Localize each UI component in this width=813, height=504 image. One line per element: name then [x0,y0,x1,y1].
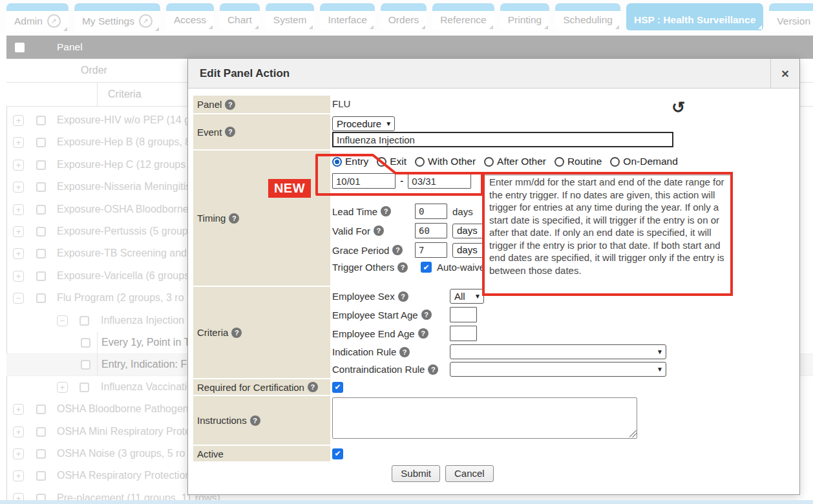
nav-tab-admin[interactable]: Admin [6,3,69,32]
row-checkbox[interactable] [36,293,46,303]
help-icon[interactable] [225,100,235,110]
tab-label: System [273,14,307,26]
cancel-button[interactable]: Cancel [445,465,494,482]
start-date-input[interactable] [332,173,396,189]
employee-end-age-row: Employee End Age [332,326,477,341]
help-icon[interactable] [374,226,384,236]
radio-on-demand[interactable]: On-Demand [610,156,677,167]
nav-tab-scheduling[interactable]: Scheduling [555,3,620,30]
radio-button-icon[interactable] [554,157,564,167]
radio-routine[interactable]: Routine [554,156,602,167]
row-checkbox[interactable] [81,338,90,348]
radio-after-other[interactable]: After Other [484,156,546,167]
tree-item-label: Exposure-Pertussis (5 group [57,226,188,237]
help-icon[interactable] [250,415,260,426]
nav-tab-chart[interactable]: Chart [220,3,260,30]
expand-toggle-icon[interactable]: + [13,470,24,481]
contraindication-rule-select[interactable] [450,362,666,377]
expand-toggle-icon[interactable]: + [13,226,24,237]
nav-tab-orders[interactable]: Orders [381,3,427,30]
help-icon[interactable] [231,328,242,338]
row-checkbox[interactable] [36,160,46,170]
help-icon[interactable] [399,347,410,357]
dialog-actions: Submit Cancel [142,465,744,482]
select-all-checkbox[interactable] [15,43,25,52]
nav-tab-access[interactable]: Access [166,3,214,30]
nav-tab-system[interactable]: System [266,3,315,30]
row-checkbox[interactable] [36,227,46,236]
help-icon[interactable] [308,382,318,392]
row-checkbox[interactable] [79,383,89,392]
row-checkbox[interactable] [81,360,90,370]
trigger-others-checkbox[interactable] [421,262,432,273]
row-checkbox[interactable] [36,249,46,258]
help-icon[interactable] [428,364,438,375]
close-icon[interactable]: ✕ [770,59,799,89]
help-icon[interactable] [381,206,391,216]
nav-tab-interface[interactable]: Interface [320,3,374,30]
nav-tab-version[interactable]: Version [769,3,813,32]
row-checkbox[interactable] [36,182,46,192]
resize-grip-icon[interactable] [629,430,637,437]
help-icon[interactable] [225,127,235,137]
collapse-toggle-icon[interactable]: − [13,293,24,304]
lead-time-input[interactable] [415,204,447,219]
radio-button-icon[interactable] [610,157,620,167]
radio-entry[interactable]: Entry [332,156,368,167]
required-certification-checkbox[interactable] [332,382,343,393]
employee-start-age-input[interactable] [450,307,477,322]
grace-period-input[interactable] [415,242,447,258]
row-checkbox[interactable] [36,271,46,281]
row-checkbox[interactable] [36,138,46,147]
expand-toggle-icon[interactable]: + [13,115,24,126]
help-icon[interactable] [421,310,432,320]
radio-exit[interactable]: Exit [377,156,406,167]
expand-toggle-icon[interactable]: + [13,182,24,193]
valid-for-input[interactable] [415,223,447,238]
nav-tab-my-settings[interactable]: My Settings [74,3,160,32]
row-checkbox[interactable] [79,316,89,326]
help-icon[interactable] [398,291,408,302]
radio-button-icon[interactable] [332,157,342,167]
nav-tab-reference[interactable]: Reference [432,3,494,30]
row-checkbox[interactable] [36,116,46,125]
radio-with-other[interactable]: With Other [415,156,476,167]
row-checkbox[interactable] [36,205,46,215]
help-icon[interactable] [418,328,428,339]
radio-button-icon[interactable] [377,157,386,167]
employee-sex-select[interactable]: All [450,289,484,304]
tree-item-label: Exposure-Hep B (8 groups, 8 [57,136,191,148]
submit-button[interactable]: Submit [392,465,440,482]
event-type-select[interactable]: Procedure [332,116,395,131]
expand-toggle-icon[interactable]: + [13,248,24,259]
row-checkbox[interactable] [36,404,46,414]
help-icon[interactable] [397,262,408,273]
nav-tab-printing[interactable]: Printing [500,3,550,30]
event-row: Event Procedure [193,114,796,149]
radio-button-icon[interactable] [484,157,494,167]
nav-tab-hsp-health-surveillance[interactable]: HSP : Health Surveillance [626,3,763,30]
expand-toggle-icon[interactable]: + [57,382,68,393]
radio-button-icon[interactable] [415,157,425,167]
instructions-textarea[interactable] [332,397,637,439]
row-checkbox[interactable] [36,427,46,437]
expand-toggle-icon[interactable]: + [13,160,24,171]
expand-toggle-icon[interactable]: + [13,271,24,282]
help-icon[interactable] [392,245,403,255]
row-checkbox[interactable] [36,471,46,481]
row-checkbox[interactable] [36,449,46,459]
expand-toggle-icon[interactable]: + [13,426,24,437]
external-link-icon[interactable] [139,14,153,28]
end-date-input[interactable] [408,173,471,189]
employee-end-age-input[interactable] [450,326,477,341]
expand-toggle-icon[interactable]: + [13,448,24,459]
external-link-icon[interactable] [47,14,61,28]
help-icon[interactable] [229,213,239,224]
expand-toggle-icon[interactable]: + [13,204,24,215]
expand-toggle-icon[interactable]: + [13,137,24,148]
expand-toggle-icon[interactable]: + [13,404,24,415]
event-value-input[interactable] [332,132,673,147]
collapse-toggle-icon[interactable]: − [57,315,68,326]
indication-rule-select[interactable] [450,344,666,359]
active-checkbox[interactable] [332,448,343,459]
